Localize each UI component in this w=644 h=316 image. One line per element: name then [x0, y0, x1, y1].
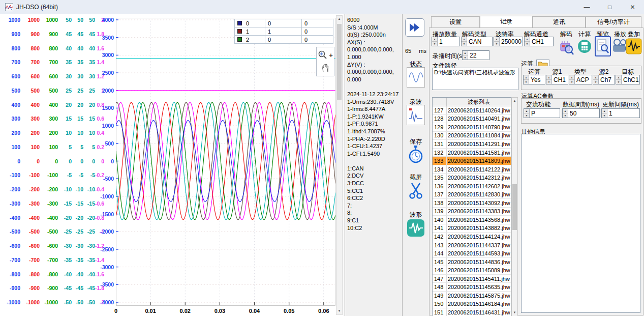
file-row[interactable]: 13120200620151141291.jhw	[433, 140, 511, 149]
y-axis-tick-label: -1000	[100, 193, 114, 199]
waveform-chart[interactable]	[116, 18, 335, 306]
file-index: 128	[433, 115, 447, 123]
file-row[interactable]: 12920200620151140790.jhw	[433, 123, 511, 132]
file-row[interactable]: 14720200620151145411.jhw	[433, 275, 511, 283]
op-target-field[interactable]: ▲▼ ChC1	[616, 75, 640, 84]
y-axis-tick-label: -1.6	[95, 271, 104, 277]
spinner-arrows[interactable]: ▲▼	[525, 37, 530, 46]
spinner-arrows[interactable]: ▲▼	[602, 109, 607, 118]
spinner-arrows[interactable]: ▲▼	[432, 37, 438, 46]
spinner-arrows[interactable]: ▲▼	[569, 75, 575, 84]
y-axis-tick-label: -800	[47, 271, 58, 277]
spinner-arrows[interactable]: ▲▼	[616, 75, 622, 84]
overlay-button[interactable]	[626, 36, 642, 56]
file-row[interactable]: 14020200620151143568.jhw	[433, 216, 511, 224]
file-row[interactable]: 14620200620151145089.jhw	[433, 266, 511, 275]
screenshot-button[interactable]	[407, 180, 425, 200]
file-row[interactable]: 14320200620151144337.jhw	[433, 241, 511, 250]
spinner-arrows[interactable]: ▲▼	[593, 75, 599, 84]
op-source1-field[interactable]: ▲▼ CH1	[546, 75, 568, 84]
spinner-arrows[interactable]: ▲▼	[524, 75, 529, 84]
decode-type-value: CAN	[467, 37, 492, 46]
ac-period-field[interactable]: ▲▼ 50	[562, 108, 600, 118]
decode-channel-field[interactable]: ▲▼ CH1	[524, 37, 554, 46]
file-row[interactable]: 13320200620151141809.jhw	[433, 157, 511, 165]
y-axis-tick-label: 5	[92, 144, 95, 150]
file-row[interactable]: 13820200620151143092.jhw	[433, 199, 511, 208]
spinner-arrows[interactable]: ▲▼	[524, 109, 530, 118]
calculate-button[interactable]	[576, 36, 593, 56]
ac-interval-field[interactable]: ▲▼ 1	[601, 108, 640, 118]
status-button[interactable]	[407, 67, 425, 88]
preview-button[interactable]	[595, 36, 611, 56]
ac-function-field[interactable]: ▲▼ P	[524, 108, 560, 118]
y-axis-tick-label: -30	[87, 243, 95, 249]
file-row[interactable]: 12820200620151140491.jhw	[433, 115, 511, 124]
record-time-field[interactable]: ▲▼ 22	[462, 50, 489, 60]
y-axis-tick-label: 800	[49, 45, 58, 51]
scrollbar-thumb[interactable]	[512, 184, 517, 230]
scroll-down-arrow[interactable]: ▼	[336, 308, 342, 314]
spinner-arrows[interactable]: ▲▼	[494, 37, 500, 46]
legend-value-cell: 1	[265, 27, 302, 36]
file-row[interactable]: 13720200620151142830.jhw	[433, 190, 511, 199]
scrollbar-thumb[interactable]	[337, 24, 342, 100]
y-axis-tick-label: -10	[76, 186, 83, 192]
plot-scrollbar[interactable]: ▲ ▼	[336, 15, 343, 315]
waveform-button[interactable]	[407, 218, 425, 238]
file-name: 20200620151143383.jhw	[447, 208, 511, 216]
tab-signal-power-meter[interactable]: 信号/功率计	[586, 16, 641, 28]
save-button[interactable]	[407, 145, 425, 165]
file-row[interactable]: 14120200620151143882.jhw	[433, 224, 511, 233]
baud-rate-field[interactable]: ▲▼ 250000	[494, 37, 523, 46]
control-panel: 设置 记录 通讯 信号/功率计 播放数量 解码类型 波特率 解码通道 ▲▼ 1 …	[428, 14, 644, 316]
file-table-scrollbar[interactable]: ▲ ▼	[511, 97, 518, 316]
file-row[interactable]: 14520200620151144836.jhw	[433, 258, 511, 267]
record-wave-button[interactable]	[407, 105, 425, 125]
file-row[interactable]: 12720200620151140264.jhw	[433, 106, 511, 115]
scroll-up-arrow[interactable]: ▲	[336, 16, 342, 22]
y-axis-tick-label: 300	[30, 116, 40, 122]
spinner-arrows[interactable]: ▲▼	[463, 51, 468, 60]
file-row[interactable]: 13920200620151143383.jhw	[433, 208, 511, 216]
pan-hand-button[interactable]	[320, 63, 330, 73]
file-row[interactable]: 14220200620151144124.jhw	[433, 233, 511, 241]
scroll-up-arrow[interactable]: ▲	[512, 98, 517, 104]
op-enable-field[interactable]: ▲▼ Yes	[523, 75, 545, 84]
spinner-arrows[interactable]: ▲▼	[546, 75, 552, 84]
file-row[interactable]: 13620200620151142602.jhw	[433, 182, 511, 191]
y-axis-tick-label: 45	[66, 31, 72, 37]
record-time-value: 22	[468, 51, 489, 60]
minimize-button[interactable]: —	[575, 0, 598, 14]
file-row[interactable]: 15120200620151146431.jhw	[433, 308, 511, 316]
y-axis-tick-label: -1.4	[95, 257, 104, 263]
file-row[interactable]: 14920200620151145875.jhw	[433, 292, 511, 300]
file-row[interactable]: 13420200620151142122.jhw	[433, 165, 511, 174]
tab-settings[interactable]: 设置	[431, 16, 480, 28]
spinner-arrows[interactable]: ▲▼	[462, 37, 467, 46]
close-button[interactable]: ✕	[621, 0, 644, 14]
file-row[interactable]: 14820200620151145635.jhw	[433, 283, 511, 292]
maximize-button[interactable]: □	[598, 0, 621, 14]
spinner-arrows[interactable]: ▲▼	[563, 109, 568, 118]
y-axis-tick-label: -4000	[100, 299, 114, 305]
y-axis-tick-label: -45	[64, 285, 72, 291]
op-source2-field[interactable]: ▲▼ Ch7	[593, 75, 615, 84]
file-row[interactable]: 14420200620151144593.jhw	[433, 249, 511, 258]
file-row[interactable]: 13020200620151141084.jhw	[433, 132, 511, 140]
file-row[interactable]: 13220200620151141581.jhw	[433, 149, 511, 157]
op-type-field[interactable]: ▲▼ ACP	[569, 75, 592, 84]
y-axis-tick-label: -2000	[100, 228, 114, 235]
zoom-in-button[interactable]: +	[318, 50, 333, 60]
file-row[interactable]: 15020200620151146184.jhw	[433, 300, 511, 309]
decode-button[interactable]	[558, 36, 574, 56]
tab-record[interactable]: 记录	[480, 16, 533, 28]
file-row[interactable]: 13520200620151142312.jhw	[433, 174, 511, 182]
tab-communication[interactable]: 通讯	[533, 16, 586, 28]
file-path-box[interactable]: D:\快速访问资料\三相机录波波形	[432, 68, 518, 90]
scroll-down-arrow[interactable]: ▼	[512, 309, 517, 316]
playback-count-field[interactable]: ▲▼ 1	[432, 37, 460, 46]
x-axis-tick-label: 0.01	[139, 308, 162, 314]
decode-type-field[interactable]: ▲▼ CAN	[461, 37, 493, 46]
play-fast-forward-button[interactable]	[405, 18, 424, 37]
